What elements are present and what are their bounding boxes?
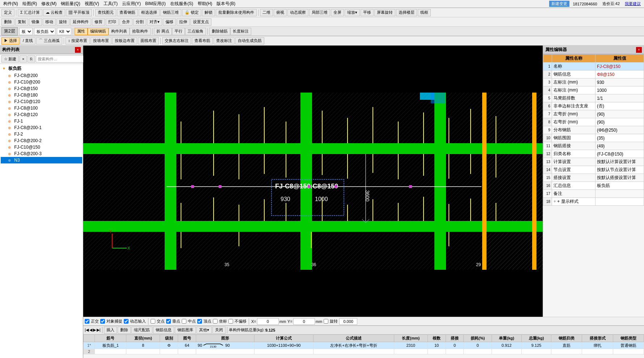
tree-item-fj-1[interactable]: ⊕ FJ-1 xyxy=(1,118,82,124)
tb-pan[interactable]: 平移 xyxy=(361,9,374,16)
prop-row-11[interactable]: 11 钢筋搭接 (49) xyxy=(543,142,644,150)
tb-select-tool[interactable]: ▶ 选择 xyxy=(1,37,20,44)
tb-rotate[interactable]: 旋转 xyxy=(56,18,70,26)
tree-item-fj-c8-200-2[interactable]: ⊕ FJ-C8@200-2 xyxy=(1,137,82,144)
feedback-btn[interactable]: 我要建议 xyxy=(623,1,643,7)
tb-face-line[interactable]: 面线布置 xyxy=(138,37,159,44)
prop-value-cell[interactable]: 按默认搭接设置计算 xyxy=(595,174,644,182)
rotate-input[interactable] xyxy=(339,318,357,325)
tb-set-support[interactable]: 设置支点 xyxy=(190,18,211,26)
tb-lock[interactable]: 🔒 锁定 xyxy=(182,9,201,16)
prop-row-6[interactable]: 6 非单边标注含支座 (否) xyxy=(543,102,644,110)
tb-arc-tool[interactable]: ⌒ 三点画弧 xyxy=(36,37,62,44)
tb-find-element[interactable]: 查找图元 xyxy=(95,9,116,16)
tb-check-mark[interactable]: 查改标注 xyxy=(214,37,235,44)
tb-copy[interactable]: 复制 xyxy=(15,18,28,26)
prop-value-cell[interactable]: (否) xyxy=(595,102,644,110)
tree-item-fj-c8-100[interactable]: ⊕ FJ-C8@100 xyxy=(1,105,82,111)
k8-combo[interactable]: K8 xyxy=(57,28,71,35)
tb-define[interactable]: 定义 xyxy=(1,9,14,16)
prop-row-3[interactable]: 3 左标注 (mm) 930 xyxy=(543,78,644,86)
prop-value-cell[interactable]: (FJ-C8@150) xyxy=(595,150,644,158)
x-input[interactable] xyxy=(257,318,279,325)
tb-unlock[interactable]: 解锁 xyxy=(202,9,215,16)
prop-value-cell[interactable]: 930 xyxy=(595,78,644,86)
tree-item-fj-c8-120[interactable]: ⊕ FJ-C8@120 xyxy=(1,111,82,118)
tb-by-board-edge[interactable]: 按板边布置 xyxy=(112,37,137,44)
tb-length-mark[interactable]: 长度标注 xyxy=(230,28,251,35)
tb-view-layout[interactable]: 查看布筋 xyxy=(192,37,213,44)
dynamic-input-checkbox[interactable] xyxy=(124,319,129,324)
menu-item-bim[interactable]: BIM应用(I) xyxy=(143,0,168,7)
tb-extend[interactable]: 延伸构件 xyxy=(70,18,91,26)
copy-component-btn[interactable]: ⎘ xyxy=(28,55,35,63)
tree-item-fj-c10-120[interactable]: ⊕ FJ-C10@120 xyxy=(1,98,82,105)
tb-dynamic-view[interactable]: 动态观察 xyxy=(287,9,308,16)
tb-print[interactable]: 打印 xyxy=(106,18,119,26)
view-combo[interactable]: 板 xyxy=(19,28,33,35)
no-offset-checkbox[interactable] xyxy=(228,319,233,324)
vertex-checkbox[interactable] xyxy=(197,319,202,324)
tb-fold-two-points[interactable]: 折 两点 xyxy=(154,28,172,35)
prop-row-8[interactable]: 8 右弯折 (mm) (90) xyxy=(543,118,644,126)
menu-item-rebar-qty[interactable]: 钢筋量(Q) xyxy=(59,0,82,7)
tree-item-fj-c8-200-1[interactable]: ⊕ FJ-C8@200-1 xyxy=(1,124,82,131)
canvas-area[interactable]: FJ-C8@150:C8@150 930 1000 3600 xyxy=(83,46,543,317)
prop-row-7[interactable]: 7 左弯折 (mm) (90) xyxy=(543,110,644,118)
prop-row-10[interactable]: 10 钢筋围固 (35) xyxy=(543,134,644,142)
btn-other[interactable]: 其他▾ xyxy=(197,327,212,334)
prop-value-cell[interactable]: FJ-C8@150 xyxy=(595,63,644,71)
menu-item-view[interactable]: 视图(V) xyxy=(83,0,101,7)
prop-value-cell[interactable]: (35) xyxy=(595,134,644,142)
intersect-checkbox[interactable] xyxy=(151,319,155,324)
prop-value-cell[interactable]: 按默认节点设置计算 xyxy=(595,166,644,174)
prop-value-cell[interactable]: 按默认计算设置计算 xyxy=(595,158,644,166)
tree-item-fj-c8-150[interactable]: ⊕ FJ-C8@150 xyxy=(1,85,82,92)
tree-category-slab-rebar[interactable]: ▼ 板负筋 xyxy=(1,65,82,72)
tb-by-wall[interactable]: 按墙布置 xyxy=(91,37,111,44)
menu-item-tools[interactable]: 工具(T) xyxy=(102,0,119,7)
midpoint-checkbox[interactable] xyxy=(182,319,186,324)
btn-rebar-library[interactable]: 钢筋图库 xyxy=(175,327,196,334)
tb-local-3d[interactable]: 局部三维 xyxy=(309,9,330,16)
tb-2d[interactable]: 二维 xyxy=(260,9,273,16)
tb-delete-aux[interactable]: 删除辅筋 xyxy=(209,28,230,35)
tb-three-point-angle[interactable]: 三点输角 xyxy=(185,28,206,35)
tb-calculate[interactable]: Σ 汇总计算 xyxy=(18,9,42,16)
nav-next-icon[interactable]: ▶ xyxy=(93,328,96,332)
tb-offset[interactable]: 偏移 xyxy=(163,18,176,26)
tb-select-floor[interactable]: 选择楼层 xyxy=(396,9,417,16)
nav-last-icon[interactable]: ▶| xyxy=(97,328,101,332)
prop-row-9[interactable]: 9 分布钢筋 (Φ6@250) xyxy=(543,126,644,134)
tree-item-fj-c10-200[interactable]: ⊕ FJ-C10@200 xyxy=(1,79,82,85)
tb-zoom[interactable]: 缩放▾ xyxy=(345,9,360,16)
prop-row-4[interactable]: 4 右标注 (mm) 1000 xyxy=(543,86,644,94)
tb-merge[interactable]: 合并 xyxy=(119,18,132,26)
menu-item-online[interactable]: 在线服务(S) xyxy=(168,0,195,7)
prop-row-13[interactable]: 13 计算设置 按默认计算设置计算 xyxy=(543,158,644,166)
menu-item-draw[interactable]: 绘图(R) xyxy=(21,0,39,7)
prop-row-17[interactable]: 17 备注 xyxy=(543,190,644,198)
nav-prev-icon[interactable]: ◀ xyxy=(89,328,92,332)
prop-row-12[interactable]: 12 归类名称 (FJ-C8@150) xyxy=(543,150,644,158)
prop-row-14[interactable]: 14 节点设置 按默认节点设置计算 xyxy=(543,166,644,174)
tree-item-fj-2[interactable]: ⊕ FJ-2 xyxy=(1,131,82,137)
prop-row-16[interactable]: 16 汇总信息 板负筋 xyxy=(543,182,644,190)
prop-value-cell[interactable]: (Φ6@250) xyxy=(595,126,644,134)
prop-row-15[interactable]: 15 搭接设置 按默认搭接设置计算 xyxy=(543,174,644,182)
tb-properties[interactable]: 属性 xyxy=(75,28,88,35)
tb-line-tool[interactable]: / 直线 xyxy=(20,37,35,44)
menu-item-help[interactable]: 帮助(H) xyxy=(196,0,214,7)
tb-pick-component[interactable]: 拾取构件 xyxy=(130,28,151,35)
tb-parallel[interactable]: 平行 xyxy=(172,28,185,35)
tb-trim[interactable]: 修剪 xyxy=(92,18,105,26)
tb-align[interactable]: 对齐▾ xyxy=(147,18,162,26)
menu-item-component[interactable]: 构件(N) xyxy=(1,0,20,7)
tb-move[interactable]: 移动 xyxy=(43,18,56,26)
btn-scale-rebar[interactable]: 缩尺配筋 xyxy=(131,327,152,334)
tb-swap-marks[interactable]: 交换左右标注 xyxy=(162,37,191,44)
grid-data-row-1[interactable]: 1* 板负筋_1 8 Φ 64 90 2130 90 1030+1100+90+… xyxy=(84,342,644,349)
menu-item-cloud[interactable]: 云应用(Y) xyxy=(120,0,143,7)
tb-screen-rotate[interactable]: 屏幕旋转 xyxy=(374,9,395,16)
prop-row-5[interactable]: 5 马凳筋排数 1/1 xyxy=(543,94,644,102)
